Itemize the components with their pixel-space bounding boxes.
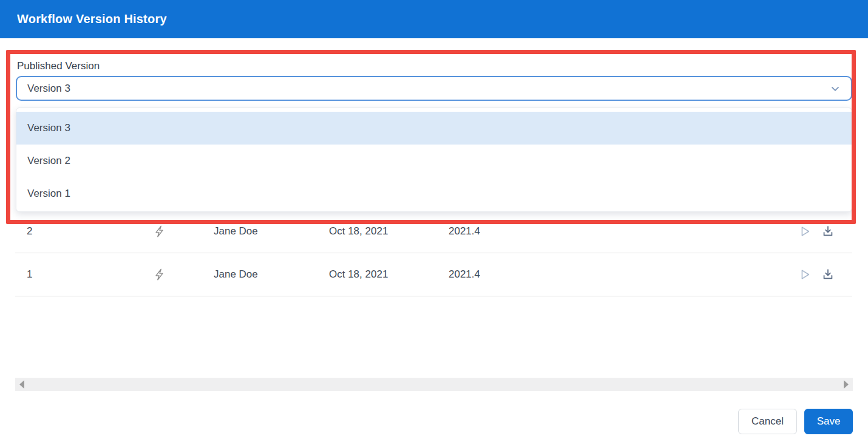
- version-table-row: 1 Jane Doe Oct 18, 2021 2021.4: [15, 253, 852, 296]
- workflow-version-history-dialog: Workflow Version History Published Versi…: [0, 0, 868, 447]
- play-icon[interactable]: [798, 268, 812, 281]
- version-number: 1: [27, 268, 32, 281]
- published-version-select[interactable]: Version 3: [16, 76, 852, 101]
- dialog-header: Workflow Version History: [0, 0, 868, 38]
- download-icon[interactable]: [821, 268, 835, 281]
- cancel-button[interactable]: Cancel: [738, 409, 797, 434]
- dialog-title: Workflow Version History: [17, 12, 167, 26]
- save-button[interactable]: Save: [804, 409, 853, 434]
- version-date: Oct 18, 2021: [329, 225, 388, 237]
- version-date: Oct 18, 2021: [329, 268, 388, 281]
- published-version-label: Published Version: [17, 60, 100, 72]
- lightning-icon: [153, 225, 166, 238]
- published-version-dropdown: Version 3 Version 2 Version 1: [16, 107, 852, 212]
- dropdown-option-version-1[interactable]: Version 1: [16, 177, 852, 210]
- version-number: 2: [27, 225, 32, 237]
- lightning-icon: [153, 268, 166, 281]
- download-icon[interactable]: [821, 225, 835, 238]
- author-name: Jane Doe: [214, 268, 258, 281]
- dropdown-option-version-3[interactable]: Version 3: [16, 112, 852, 145]
- scroll-left-arrow-icon[interactable]: [19, 380, 24, 389]
- published-version-selected-value: Version 3: [27, 83, 70, 95]
- release-version: 2021.4: [449, 268, 480, 281]
- dropdown-option-version-2[interactable]: Version 2: [16, 145, 852, 177]
- author-name: Jane Doe: [214, 225, 258, 237]
- version-table-row: 2 Jane Doe Oct 18, 2021 2021.4: [15, 210, 852, 253]
- horizontal-scrollbar[interactable]: [15, 378, 853, 391]
- play-icon[interactable]: [798, 225, 812, 238]
- release-version: 2021.4: [449, 225, 480, 237]
- scroll-right-arrow-icon[interactable]: [844, 380, 849, 389]
- chevron-down-icon: [829, 83, 841, 95]
